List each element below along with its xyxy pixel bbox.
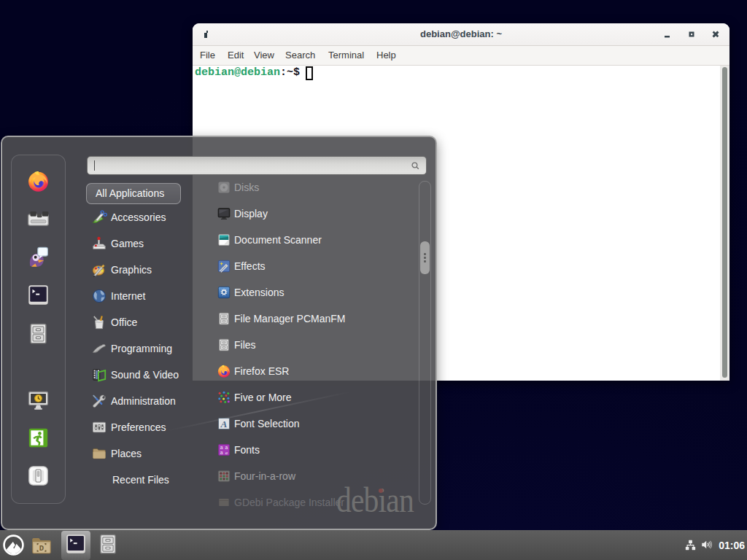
svg-text:D: D bbox=[39, 544, 44, 553]
svg-text:a: a bbox=[220, 450, 223, 455]
